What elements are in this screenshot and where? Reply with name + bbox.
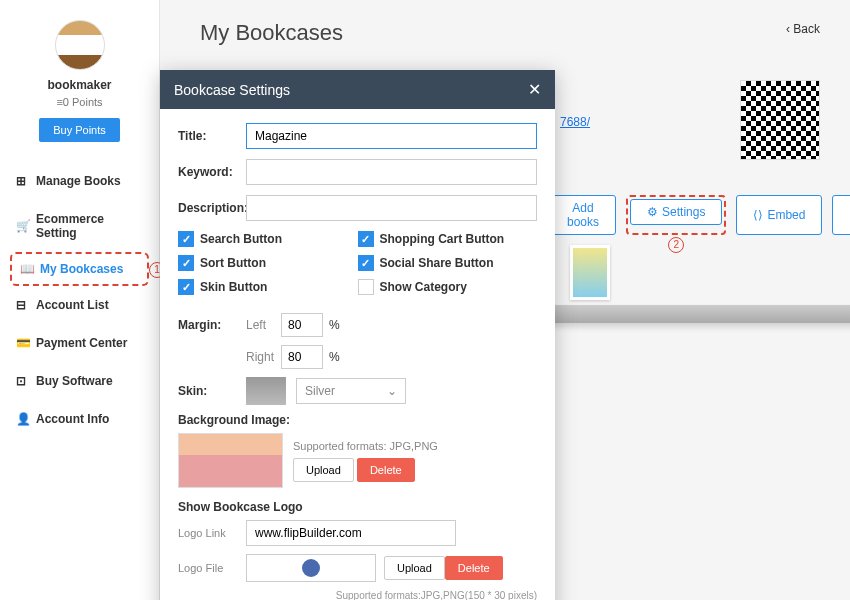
checkbox-icon: ✓ <box>178 279 194 295</box>
username: bookmaker <box>0 78 159 92</box>
nav-ecommerce[interactable]: 🛒Ecommerce Setting <box>10 200 149 252</box>
chevron-down-icon: ⌄ <box>387 384 397 398</box>
logo-formats-note: Supported formats:JPG,PNG(150 * 30 pixel… <box>178 590 537 600</box>
bookcase-toolbar: Add books ⚙Settings 2 ⟨⟩Embed ✎Edit <box>550 195 850 235</box>
bg-thumbnail <box>178 433 283 488</box>
points-label: ≡0 Points <box>0 96 159 108</box>
page-title: My Bookcases <box>200 20 820 46</box>
margin-left-input[interactable] <box>281 313 323 337</box>
bg-formats-note: Supported formats: JPG,PNG <box>293 440 438 452</box>
avatar[interactable] <box>55 20 105 70</box>
logo-upload-button[interactable]: Upload <box>384 556 445 580</box>
feature-checkboxes: ✓Search Button ✓Shopping Cart Button ✓So… <box>178 231 537 303</box>
user-icon: 👤 <box>16 412 30 426</box>
margin-right-label: Right <box>246 350 281 364</box>
skin-select[interactable]: Silver⌄ <box>296 378 406 404</box>
nav-my-bookcases[interactable]: 📖My Bookcases <box>18 258 141 280</box>
checkbox-icon: ✓ <box>358 255 374 271</box>
margin-label: Margin: <box>178 318 246 332</box>
list-icon: ⊟ <box>16 298 30 312</box>
bg-section-label: Background Image: <box>178 413 537 427</box>
check-category[interactable]: ✓Show Category <box>358 279 538 295</box>
edit-button[interactable]: ✎Edit <box>832 195 850 235</box>
checkbox-icon: ✓ <box>358 279 374 295</box>
sidebar: bookmaker ≡0 Points Buy Points ⊞Manage B… <box>0 0 160 600</box>
bg-upload-button[interactable]: Upload <box>293 458 354 482</box>
nav-account-list[interactable]: ⊟Account List <box>10 286 149 324</box>
description-label: Description: <box>178 201 246 215</box>
card-icon: 💳 <box>16 336 30 350</box>
buy-points-button[interactable]: Buy Points <box>39 118 120 142</box>
check-search[interactable]: ✓Search Button <box>178 231 358 247</box>
cart-icon: 🛒 <box>16 219 30 233</box>
qr-code <box>740 80 820 160</box>
book-thumbnail[interactable] <box>570 245 610 300</box>
bookcase-url-fragment[interactable]: 7688/ <box>560 115 590 129</box>
nav-buy-software[interactable]: ⊡Buy Software <box>10 362 149 400</box>
logo-file-label: Logo File <box>178 562 246 574</box>
skin-swatch <box>246 377 286 405</box>
back-link[interactable]: ‹ Back <box>786 22 820 36</box>
description-input[interactable] <box>246 195 537 221</box>
keyword-label: Keyword: <box>178 165 246 179</box>
nav-manage-books[interactable]: ⊞Manage Books <box>10 162 149 200</box>
shelf <box>550 305 850 323</box>
sidebar-nav: ⊞Manage Books 🛒Ecommerce Setting 📖My Boo… <box>0 162 159 438</box>
logo-file-preview <box>246 554 376 582</box>
modal-title: Bookcase Settings <box>174 82 290 98</box>
logo-section-label: Show Bookcase Logo <box>178 500 537 514</box>
logo-link-input[interactable] <box>246 520 456 546</box>
check-social[interactable]: ✓Social Share Button <box>358 255 538 271</box>
bookcase-icon: 📖 <box>20 262 34 276</box>
add-books-button[interactable]: Add books <box>550 195 616 235</box>
nav-payment[interactable]: 💳Payment Center <box>10 324 149 362</box>
check-cart[interactable]: ✓Shopping Cart Button <box>358 231 538 247</box>
margin-right-input[interactable] <box>281 345 323 369</box>
package-icon: ⊡ <box>16 374 30 388</box>
callout-2: ⚙Settings 2 <box>626 195 726 235</box>
check-sort[interactable]: ✓Sort Button <box>178 255 358 271</box>
keyword-input[interactable] <box>246 159 537 185</box>
gear-icon: ⚙ <box>647 205 658 219</box>
checkbox-icon: ✓ <box>178 255 194 271</box>
callout-1: 📖My Bookcases 1 <box>10 252 149 286</box>
modal-body: Title: Keyword: Description: ✓Search But… <box>160 109 555 600</box>
logo-link-label: Logo Link <box>178 527 246 539</box>
skin-label: Skin: <box>178 384 246 398</box>
code-icon: ⟨⟩ <box>753 208 763 222</box>
books-icon: ⊞ <box>16 174 30 188</box>
embed-button[interactable]: ⟨⟩Embed <box>736 195 822 235</box>
close-icon[interactable]: ✕ <box>528 80 541 99</box>
qr-icon <box>741 81 819 159</box>
checkbox-icon: ✓ <box>178 231 194 247</box>
title-input[interactable] <box>246 123 537 149</box>
margin-left-label: Left <box>246 318 281 332</box>
check-skin[interactable]: ✓Skin Button <box>178 279 358 295</box>
nav-account-info[interactable]: 👤Account Info <box>10 400 149 438</box>
modal-header: Bookcase Settings ✕ <box>160 70 555 109</box>
bg-delete-button[interactable]: Delete <box>357 458 415 482</box>
bookcase-settings-modal: Bookcase Settings ✕ Title: Keyword: Desc… <box>160 70 555 600</box>
logo-delete-button[interactable]: Delete <box>445 556 503 580</box>
title-label: Title: <box>178 129 246 143</box>
settings-button[interactable]: ⚙Settings <box>630 199 722 225</box>
logo-icon <box>302 559 320 577</box>
callout-2-number: 2 <box>668 237 684 253</box>
checkbox-icon: ✓ <box>358 231 374 247</box>
